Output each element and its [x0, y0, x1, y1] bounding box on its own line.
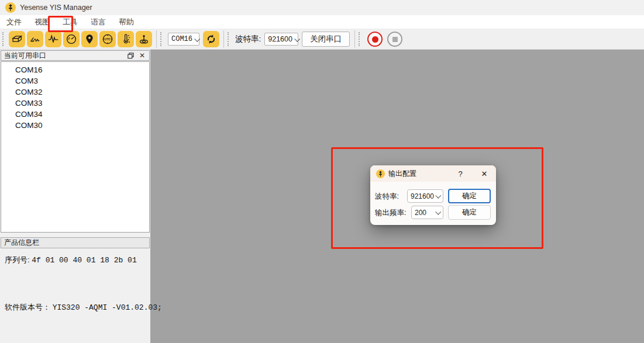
stop-icon: [392, 37, 398, 42]
3d-box-icon: [11, 33, 23, 46]
product-info-title: 产品信息栏: [4, 238, 39, 248]
float-icon: [128, 53, 134, 59]
close-panel-button[interactable]: ✕: [138, 51, 146, 60]
port-list-item[interactable]: COM3: [1, 75, 149, 86]
dock-header: 当前可用串口 ✕: [1, 50, 150, 61]
pressure-icon-button[interactable]: [136, 31, 152, 47]
baud-rate-select[interactable]: 921600: [264, 33, 298, 46]
toolbar-separator: [354, 30, 355, 48]
menu-view[interactable]: 视图: [28, 15, 56, 29]
baud-rate-value: 921600: [268, 35, 292, 43]
output-config-dialog: 输出配置 ? ✕ 波特率: 921600 确定 输出频率: 200 确定: [370, 165, 496, 225]
port-list-item[interactable]: COM30: [1, 120, 149, 131]
dialog-freq-label: 输出频率:: [375, 208, 406, 218]
menu-language[interactable]: 语言: [84, 15, 112, 29]
dialog-help-button[interactable]: ?: [453, 165, 467, 182]
software-version-value: YIS320 -AQMI -V01.02.03;: [53, 303, 162, 312]
port-list-item[interactable]: COM32: [1, 86, 149, 98]
gauge-icon: [65, 33, 78, 46]
utc-clock-icon: UTC: [101, 33, 114, 46]
dialog-baud-label: 波特率:: [375, 192, 399, 202]
baud-rate-label: 波特率:: [235, 34, 261, 44]
chevron-down-icon: [435, 193, 441, 199]
serial-port-dock: 当前可用串口 ✕ COM16 COM3 COM32 COM33 COM34 CO…: [0, 50, 150, 343]
app-window: Yesense YIS Manager 文件 视图 工具 语言 帮助: [0, 0, 644, 343]
menu-help[interactable]: 帮助: [112, 15, 140, 29]
serial-number-line: 序列号: 4f 01 00 40 01 18 2b 01: [5, 255, 137, 265]
dialog-baud-select[interactable]: 921600: [407, 189, 443, 203]
port-select-value: COM16: [171, 35, 192, 43]
menu-tools[interactable]: 工具: [56, 15, 84, 29]
toolbar-grip[interactable]: [2, 32, 6, 46]
temperature-icon: [119, 33, 132, 46]
chevron-down-icon: [194, 36, 200, 41]
window-title: Yesense YIS Manager: [20, 4, 92, 12]
port-list-item[interactable]: COM34: [1, 109, 149, 120]
record-icon: [372, 36, 378, 43]
main-area: 当前可用串口 ✕ COM16 COM3 COM32 COM33 COM34 CO…: [0, 50, 644, 343]
svg-text:UTC: UTC: [105, 37, 111, 41]
3d-box-icon-button[interactable]: [9, 31, 25, 47]
dock-title: 当前可用串口: [4, 51, 123, 61]
port-list: COM16 COM3 COM32 COM33 COM34 COM30: [1, 61, 150, 233]
toolbar-grip[interactable]: [359, 32, 363, 46]
pressure-icon: [137, 33, 150, 46]
port-select[interactable]: COM16: [168, 33, 199, 46]
utc-clock-icon-button[interactable]: UTC: [99, 31, 116, 47]
close-serial-button[interactable]: 关闭串口: [302, 32, 350, 47]
chevron-down-icon: [294, 36, 300, 41]
software-version-line: 软件版本号： YIS320 -AQMI -V01.02.03;: [5, 302, 162, 313]
serial-number-value: 4f 01 00 40 01 18 2b 01: [32, 256, 136, 265]
chevron-down-icon: [435, 209, 441, 215]
waveform-icon: [47, 33, 60, 46]
port-list-item[interactable]: COM33: [1, 98, 149, 109]
yesense-logo-icon: [5, 2, 16, 13]
title-bar: Yesense YIS Manager: [0, 0, 644, 15]
menu-bar: 文件 视图 工具 语言 帮助: [0, 15, 644, 29]
waveform-icon-button[interactable]: [45, 31, 61, 47]
float-panel-button[interactable]: [126, 51, 135, 60]
yesense-logo-icon: [376, 169, 385, 178]
dialog-baud-confirm-button[interactable]: 确定: [448, 189, 491, 203]
software-version-label: 软件版本号：: [5, 303, 50, 311]
dialog-close-button[interactable]: ✕: [477, 165, 492, 182]
toolbar-separator: [223, 30, 224, 48]
menu-file[interactable]: 文件: [0, 15, 28, 29]
refresh-ports-button[interactable]: [203, 31, 219, 47]
dialog-freq-confirm-button[interactable]: 确定: [448, 205, 491, 220]
dialog-baud-value: 921600: [411, 192, 434, 200]
attitude-angle-icon: [29, 33, 42, 46]
toolbar-separator: [156, 30, 157, 48]
record-button[interactable]: [367, 32, 383, 47]
refresh-icon: [205, 33, 217, 45]
serial-number-label: 序列号:: [5, 255, 30, 264]
product-info-header: 产品信息栏: [1, 237, 150, 248]
dialog-freq-value: 200: [415, 209, 434, 217]
toolbar-grip[interactable]: [228, 32, 232, 46]
location-pin-icon-button[interactable]: [81, 31, 98, 47]
stop-button[interactable]: [387, 32, 402, 47]
attitude-angle-icon-button[interactable]: [27, 31, 43, 47]
dialog-title: 输出配置: [388, 169, 490, 179]
dialog-freq-select[interactable]: 200: [411, 206, 443, 219]
toolbar-grip[interactable]: [160, 32, 164, 46]
temperature-icon-button[interactable]: [118, 31, 134, 47]
location-pin-icon: [83, 33, 96, 46]
gauge-icon-button[interactable]: [63, 31, 80, 47]
toolbar: UTC COM16: [0, 29, 644, 50]
port-list-item[interactable]: COM16: [1, 64, 149, 75]
